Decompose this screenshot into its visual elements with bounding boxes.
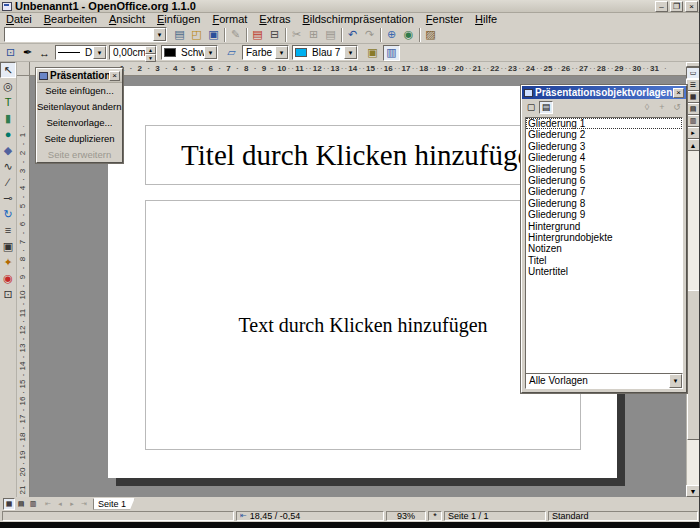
menu-item[interactable]: Extras [253,13,296,26]
outline-view-button[interactable]: ☰ [686,79,700,91]
navigator-icon[interactable]: ⊕ [383,27,400,43]
print-icon[interactable]: ⊟ [266,27,283,43]
line-style-combobox[interactable]: D ▾ [55,45,107,60]
layer-mode-button[interactable]: ▥ [27,498,39,510]
stylist-toggle-icon[interactable]: ▥ [383,45,400,61]
style-list[interactable]: Gliederung 1Gliederung 2Gliederung 3Glie… [525,117,683,375]
toolbar-icon[interactable] [339,27,344,43]
chevron-down-icon[interactable]: ▾ [93,46,106,59]
export-pdf-icon[interactable]: ▤ [249,27,266,43]
toolbar-icon[interactable] [417,27,422,43]
style-item[interactable]: Gliederung 9 [526,209,682,220]
slide-show-tool[interactable]: ⊡ [0,286,16,302]
style-item[interactable]: Gliederung 5 [526,164,682,175]
palette-item[interactable]: Seite einfügen... [37,83,122,99]
ellipse-tool[interactable]: ● [0,126,16,142]
page-mode-button[interactable]: ▦ [3,498,15,510]
vertical-scroll-track[interactable] [686,151,700,485]
handout-view-button[interactable]: ▥ [686,115,700,127]
new-document-icon[interactable]: ▤ [171,27,188,43]
style-item[interactable]: Hintergrundobjekte [526,232,682,243]
status-zoom[interactable]: 93% [386,511,426,521]
spinner-buttons[interactable]: ▲▼ [145,46,156,59]
style-filter-combobox[interactable]: Alle Vorlagen ▾ [525,373,683,389]
body-placeholder[interactable]: Text durch Klicken hinzufügen [145,200,581,450]
stylist-window[interactable]: Präsentationsobjektvorlagen × ▢▤ ◊+↺ Gli… [521,85,687,393]
style-item[interactable]: Untertitel [526,266,682,277]
toolbar-icon[interactable] [283,27,288,43]
chevron-down-icon[interactable]: ▾ [204,46,217,59]
vertical-scrollbar[interactable]: ▭☰▦▤▥▸ ▲ ▼ [686,62,700,497]
edit-file-icon[interactable]: ✎ [227,27,244,43]
chevron-down-icon[interactable]: ▾ [669,374,682,388]
presentation-styles-button[interactable]: ▤ [539,101,553,114]
hyperlink-icon[interactable]: ◉ [400,27,417,43]
undo-icon[interactable]: ↶ [344,27,361,43]
toolbar-icon[interactable] [222,27,227,43]
minimize-button[interactable]: – [655,1,668,12]
paste-icon[interactable]: ▤ [322,27,339,43]
style-item[interactable]: Gliederung 2 [526,129,682,140]
area-dialog-icon[interactable]: ▱ [223,45,240,61]
menu-item[interactable]: Einfügen [151,13,206,26]
3d-objects-tool[interactable]: ◆ [0,142,16,158]
slide-tab[interactable]: Seite 1 [93,498,135,510]
graphics-styles-button[interactable]: ▢ [524,101,538,114]
save-icon[interactable]: ▣ [205,27,222,43]
effects-tool[interactable]: ✦ [0,254,16,270]
status-page-style[interactable]: Standard [548,511,698,521]
start-presentation-button[interactable]: ▸ [686,127,700,139]
chevron-down-icon[interactable]: ▾ [344,46,357,59]
rectangle-tool[interactable]: ▮ [0,110,16,126]
redo-icon[interactable]: ↷ [361,27,378,43]
restore-button[interactable]: ❐ [670,1,683,12]
chevron-down-icon[interactable]: ▾ [153,28,166,41]
close-icon[interactable]: × [109,71,120,81]
close-icon[interactable]: × [673,88,684,98]
menu-item[interactable]: Datei [0,13,38,26]
last-page-button[interactable]: ⇥ [78,498,90,510]
menu-item[interactable]: Format [206,13,253,26]
prev-page-button[interactable]: ◂ [54,498,66,510]
new-style-from-selection-button[interactable]: + [655,101,669,114]
url-value[interactable] [5,28,153,41]
line-color-combobox[interactable]: Schwarz ▾ [161,45,218,60]
palette-title-bar[interactable]: Präsentation × [37,69,122,83]
arrange-tool[interactable]: ▣ [0,238,16,254]
alignment-tool[interactable]: ≡ [0,222,16,238]
style-item[interactable]: Gliederung 3 [526,141,682,152]
shadow-icon[interactable]: ▣ [364,45,381,61]
zoom-tool[interactable]: ◎ [0,78,16,94]
style-item[interactable]: Gliederung 8 [526,198,682,209]
palette-item[interactable]: Seitenlayout ändern... [37,99,122,115]
vertical-scroll-thumb[interactable] [687,290,700,440]
url-combobox[interactable]: ▾ [4,27,167,42]
style-item[interactable]: Gliederung 7 [526,186,682,197]
style-item[interactable]: Hintergrund [526,221,682,232]
edit-points-icon[interactable]: ⊡ [2,45,19,61]
stylist-title-bar[interactable]: Präsentationsobjektvorlagen × [522,86,686,99]
style-item[interactable]: Titel [526,255,682,266]
next-page-button[interactable]: ▸ [66,498,78,510]
first-page-button[interactable]: ⇤ [42,498,54,510]
menu-item[interactable]: Bearbeiten [38,13,103,26]
gallery-icon[interactable]: ▨ [422,27,439,43]
slides-view-button[interactable]: ▦ [686,91,700,103]
menu-item[interactable]: Bildschirmpräsentation [297,13,420,26]
menu-item[interactable]: Hilfe [469,13,503,26]
close-button[interactable]: × [685,1,698,12]
presentation-palette[interactable]: Präsentation × Seite einfügen...Seitenla… [36,68,123,163]
scroll-up-icon[interactable]: ▲ [686,139,700,151]
master-mode-button[interactable]: ▤ [15,498,27,510]
copy-icon[interactable]: ⊞ [305,27,322,43]
title-placeholder[interactable]: Titel durch Klicken hinzufügen [145,125,581,185]
fill-style-combobox[interactable]: Farbe ▾ [242,45,289,60]
notes-view-button[interactable]: ▤ [686,103,700,115]
update-style-button[interactable]: ↺ [670,101,684,114]
select-tool[interactable]: ↖ [0,62,16,78]
toolbar-icon[interactable] [244,27,249,43]
connector-tool[interactable]: ⊸ [0,190,16,206]
menu-item[interactable]: Fenster [420,13,469,26]
open-icon[interactable]: ◰ [188,27,205,43]
style-item[interactable]: Gliederung 6 [526,175,682,186]
